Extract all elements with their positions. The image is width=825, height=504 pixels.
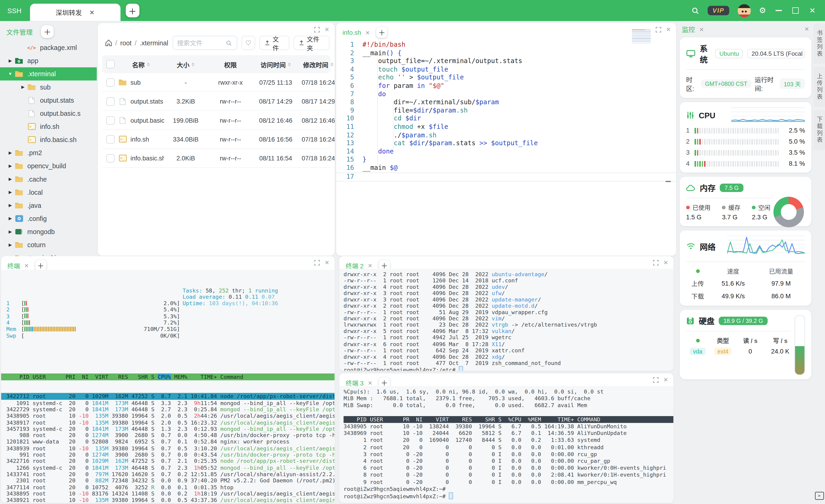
table-row-output-basic[interactable]: output.basic199.0BiBrw-r--r--08/12 16:46…: [102, 111, 330, 130]
new-session-button[interactable]: ＋: [126, 4, 139, 17]
table-row-info-basic-sh[interactable]: >_info.basic.sh2.0KiBrw-r--r--08/11 16:5…: [102, 149, 330, 168]
session-tab-close-icon[interactable]: ✕: [89, 9, 95, 16]
editor-line-14[interactable]: 14 done: [336, 148, 676, 156]
editor-line-6[interactable]: 6 for param in "$@": [336, 82, 676, 90]
terminal3-screen[interactable]: %Cpu(s): 1.6 us, 1.6 sy, 0.0 ni, 96.8 id…: [339, 386, 673, 503]
htop-row[interactable]: 1201821 www-data 20 0 52808 9824 6952 S …: [1, 438, 335, 445]
file-column-4[interactable]: 修改时间: [298, 60, 335, 69]
terminal3-expand-icon[interactable]: [653, 377, 659, 383]
file-panel-expand-icon[interactable]: [314, 27, 320, 33]
sidebar-item-java[interactable]: ▶.java: [0, 199, 97, 212]
breadcrumb[interactable]: / root / .xterminal: [105, 39, 168, 47]
editor-tab-close-icon[interactable]: ✕: [365, 29, 370, 35]
editor-new-tab-button[interactable]: ＋: [376, 27, 387, 38]
table-row-output-stats[interactable]: output.stats3.2KiBrw-r--r--08/17 14:2908…: [102, 92, 330, 111]
chevron-right-icon[interactable]: ▶: [6, 59, 14, 63]
sidebar-item-app[interactable]: ▶app: [0, 54, 97, 67]
select-all-checkbox[interactable]: [106, 60, 115, 69]
editor-line-10[interactable]: 10 cd $dir: [336, 115, 676, 123]
sidebar-add-button[interactable]: ＋: [41, 25, 54, 38]
terminal2-tab[interactable]: 终端 2 ✕: [346, 261, 372, 270]
monitor-tab-label[interactable]: 监控: [682, 24, 695, 34]
editor-tab-info-sh[interactable]: info.sh ✕: [343, 29, 370, 36]
minimize-button[interactable]: [774, 6, 783, 15]
table-row-info-sh[interactable]: >_info.sh334.0BiBrw-r--r--08/16 16:5607/…: [102, 130, 330, 149]
htop-row[interactable]: 3438921 root 10 -10 135M 39380 19964 S 0…: [1, 497, 335, 503]
editor-line-2[interactable]: 2__main() {: [336, 49, 676, 58]
rail-tab-[interactable]: 书签列表: [814, 24, 825, 64]
terminal1-close-icon[interactable]: ✕: [324, 259, 329, 266]
sidebar-item-local[interactable]: ▶.local: [0, 186, 97, 199]
sidebar-item-info-basic-sh[interactable]: >_info.basic.sh: [0, 133, 97, 146]
row-checkbox[interactable]: [106, 97, 115, 106]
editor-line-9[interactable]: 9 file=$dir/$param.sh: [336, 106, 676, 115]
vip-badge[interactable]: VIP: [708, 6, 729, 15]
htop-row[interactable]: 3457193 systemd-c 20 0 1841M 173M 46448 …: [1, 426, 335, 432]
htop-row[interactable]: 988 root 20 0 1274M 3900 2680 S 0.7 0.0 …: [1, 432, 335, 438]
table-row-sub[interactable]: sub-rwxr-xr-x07/25 11:1307/18 16:24: [102, 73, 330, 92]
search-icon[interactable]: [691, 7, 699, 14]
rail-tab-[interactable]: 上传列表: [814, 67, 825, 107]
htop-row[interactable]: 2301 root 20 0 882M 72348 34232 S 0.0 0.…: [1, 477, 335, 484]
sidebar-item-opencv-build[interactable]: ▶opencv_build: [0, 160, 97, 173]
row-checkbox[interactable]: [106, 78, 115, 87]
terminal2-expand-icon[interactable]: [653, 260, 659, 266]
file-column-2[interactable]: 权限: [207, 60, 254, 69]
editor-line-11[interactable]: 11 chmod +x $file: [336, 123, 676, 132]
terminal2-close-icon[interactable]: ✕: [663, 259, 668, 266]
home-icon[interactable]: [105, 39, 112, 46]
avatar[interactable]: [738, 4, 751, 17]
terminal2-tab-close-icon[interactable]: ✕: [368, 262, 372, 268]
terminal2-screen[interactable]: drwxr-xr-x 2 root root 4096 Dec 28 2022 …: [339, 269, 673, 371]
chevron-right-icon[interactable]: ▶: [19, 85, 27, 90]
favorite-button[interactable]: ♡: [241, 36, 255, 50]
sidebar-item-output-stats[interactable]: output.stats: [0, 94, 97, 107]
row-checkbox[interactable]: [106, 135, 115, 143]
htop-row[interactable]: 3477114 root 20 0 10752 4076 3252 R 0.0 …: [1, 484, 335, 490]
sidebar-item-xterminal[interactable]: ▼.xterminal: [0, 67, 97, 81]
editor-code[interactable]: 1#!/bin/bash2__main() {3 output_file=~/.…: [336, 41, 676, 181]
sort-icon[interactable]: [288, 62, 291, 66]
breadcrumb-root[interactable]: root: [120, 39, 132, 47]
chevron-right-icon[interactable]: ▶: [6, 216, 14, 221]
editor-fold-marker[interactable]: [666, 181, 671, 182]
terminal3-tab-close-icon[interactable]: ✕: [368, 380, 372, 386]
terminal1-expand-icon[interactable]: [314, 260, 320, 266]
editor-line-13[interactable]: 13 cat $dir/$param.stats >> $output_file: [336, 140, 676, 148]
sidebar-item-mongodb[interactable]: ▶mongodb: [0, 225, 97, 238]
sidebar-item-cache[interactable]: ▶.cache: [0, 173, 97, 186]
breadcrumb-dir[interactable]: .xterminal: [140, 39, 168, 47]
htop-row[interactable]: 3422712 root 20 0 1029M 162M 47252 S 8.7…: [1, 393, 335, 400]
terminal1-new-tab-button[interactable]: ＋: [35, 260, 46, 271]
editor-line-12[interactable]: 12 ./$param.sh: [336, 131, 676, 140]
sidebar-item-config[interactable]: ▶.config: [0, 212, 97, 225]
editor-line-16[interactable]: 16__main $@: [336, 164, 676, 172]
upload-folder-button[interactable]: 文件夹: [294, 36, 329, 50]
file-column-1[interactable]: 大小: [164, 60, 207, 69]
gear-icon[interactable]: ⚙: [759, 6, 766, 15]
editor-expand-icon[interactable]: [655, 27, 661, 33]
upload-file-button[interactable]: 文件: [259, 36, 289, 50]
file-search-box[interactable]: [172, 36, 237, 50]
editor-line-1[interactable]: 1#!/bin/bash: [336, 41, 676, 49]
htop-row[interactable]: 3438905 root 10 -10 135M 39380 19964 S 2…: [1, 413, 335, 419]
htop-row[interactable]: 3438917 root 10 -10 135M 39380 19964 S 2…: [1, 419, 335, 426]
sidebar-item-coturn[interactable]: ▶coturn: [0, 238, 97, 251]
sort-icon[interactable]: [147, 62, 150, 66]
terminal-cursor[interactable]: [449, 493, 453, 499]
terminal1-screen[interactable]: 1[2.0%]2[5.4%]3[5.3%]4[7.2%]Mem[710M/7.5…: [1, 270, 335, 503]
sidebar-item-output-basic-s[interactable]: output.basic.s: [0, 107, 97, 120]
editor-line-7[interactable]: 7 do: [336, 90, 676, 98]
monitor-tab-close-icon[interactable]: ✕: [699, 26, 704, 32]
terminal1-tab-close-icon[interactable]: ✕: [24, 262, 29, 268]
chevron-right-icon[interactable]: ▶: [6, 190, 14, 195]
chevron-right-icon[interactable]: ▶: [6, 203, 14, 208]
row-checkbox[interactable]: [106, 116, 115, 124]
file-column-0[interactable]: 名称: [118, 60, 164, 69]
editor-close-icon[interactable]: ✕: [666, 26, 671, 33]
editor-line-17[interactable]: 17: [336, 172, 676, 182]
chevron-right-icon[interactable]: ▶: [6, 151, 14, 155]
editor-line-4[interactable]: 4 touch $output_file: [336, 66, 676, 74]
htop-row[interactable]: 3438895 root 10 -10 83176 14324 11408 S …: [1, 490, 335, 497]
session-tab[interactable]: 深圳转发 ✕: [30, 4, 121, 21]
